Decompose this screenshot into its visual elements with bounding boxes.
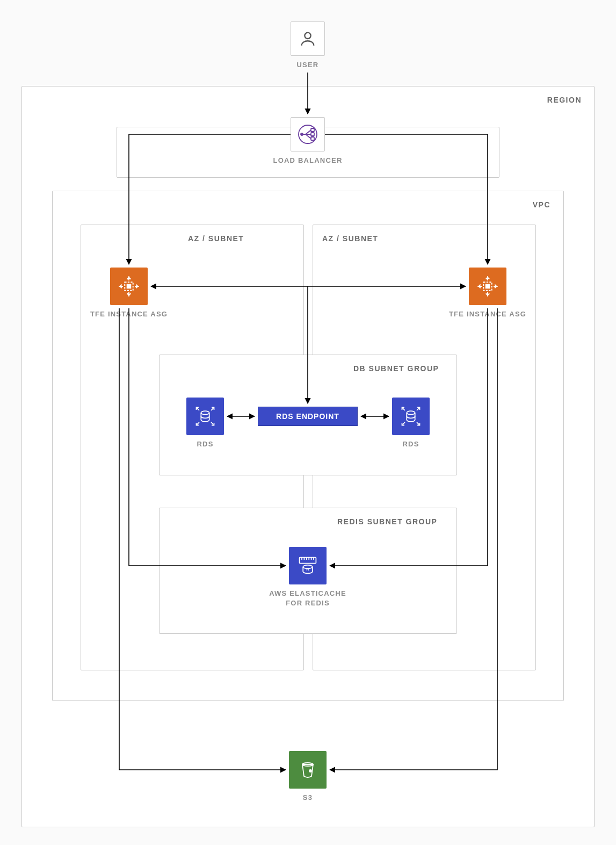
tfe-left-icon (110, 268, 148, 305)
lb-icon (291, 117, 325, 151)
svg-rect-2 (311, 128, 314, 132)
svg-rect-3 (311, 133, 314, 136)
tfe-left-label: TFE INSTANCE ASG (86, 309, 172, 319)
svg-text:R: R (306, 567, 309, 572)
rds-left-label: RDS (186, 439, 224, 449)
rds-right-label: RDS (392, 439, 430, 449)
svg-rect-7 (127, 285, 131, 288)
region-label: REGION (547, 96, 582, 104)
s3-icon (289, 751, 327, 789)
svg-rect-4 (311, 137, 314, 140)
svg-point-5 (301, 133, 303, 135)
elasticache-label: AWS ELASTICACHE FOR REDIS (262, 589, 353, 608)
rds-right-icon (392, 398, 430, 435)
rds-left-icon (186, 398, 224, 435)
az-left-label: AZ / SUBNET (188, 234, 244, 243)
elasticache-icon: R (289, 547, 327, 584)
vpc-label: VPC (533, 200, 550, 209)
lb-label: LOAD BALANCER (267, 156, 348, 165)
s3-label: S3 (289, 793, 327, 803)
az-right-label: AZ / SUBNET (322, 234, 378, 243)
db-subnet-label: DB SUBNET GROUP (353, 364, 439, 373)
user-icon (291, 21, 325, 56)
svg-point-0 (305, 33, 310, 39)
svg-point-10 (201, 411, 209, 415)
svg-point-11 (407, 411, 415, 415)
svg-point-16 (309, 770, 311, 772)
rds-endpoint: RDS ENDPOINT (258, 407, 358, 426)
tfe-right-icon (469, 268, 506, 305)
rds-endpoint-label: RDS ENDPOINT (276, 412, 339, 421)
user-label: USER (281, 60, 335, 70)
svg-rect-9 (486, 285, 490, 288)
redis-subnet-label: REDIS SUBNET GROUP (337, 517, 437, 526)
tfe-right-label: TFE INSTANCE ASG (445, 309, 531, 319)
